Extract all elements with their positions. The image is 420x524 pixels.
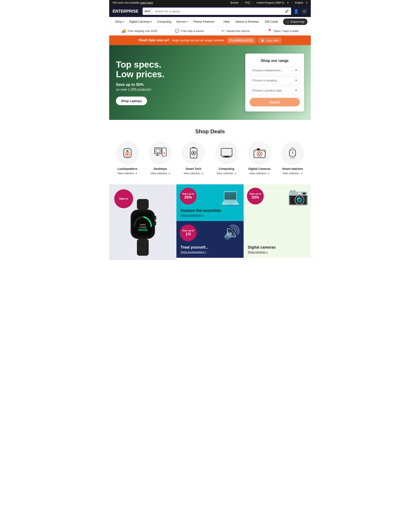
shipping-icon: 🚚 (121, 28, 126, 33)
deal-smart-tech-link[interactable]: View collection ➜ (179, 172, 208, 175)
save-25-badge: Save up to 25% (180, 188, 197, 204)
shop-range-card: Shop our range Choose a department... Ch… (245, 53, 304, 112)
svg-rect-31 (291, 157, 294, 158)
shop-deals-title: Shop Deals (113, 128, 307, 135)
deal-loudspeakers[interactable]: Loudspeakers View collection ➜ (113, 141, 142, 175)
arrow-icon: ➜ (300, 172, 303, 175)
nav-left: Shop Digital Cameras Computing Demos The… (113, 17, 221, 26)
language-selector[interactable]: English (295, 1, 303, 4)
nav: Shop Digital Cameras Computing Demos The… (109, 17, 311, 26)
department-select[interactable]: Choose a department... (249, 66, 300, 74)
hero-subtitle: Save up to 50% (116, 82, 245, 87)
product-type-select[interactable]: Choose a product type... (249, 87, 300, 95)
deal-smart-tech[interactable]: Smart Tech View collection ➜ (179, 141, 208, 175)
treat-yourself-title: Treat yourself... (181, 245, 239, 250)
svg-point-4 (127, 151, 128, 151)
nav-advice-reviews[interactable]: Advice & Reviews (233, 17, 262, 26)
deal-smart-watches-link[interactable]: View collection ➜ (278, 172, 307, 175)
perk-shipping-text: Free shipping over $100 (128, 29, 157, 33)
svg-point-22 (231, 157, 231, 157)
nav-shop[interactable]: Shop (113, 17, 127, 26)
nav-right: Help Advice & Reviews Gift Cards 🎧 Exper… (221, 17, 307, 26)
expert-help-button[interactable]: 🎧 Expert help (283, 18, 307, 25)
svg-rect-18 (222, 150, 231, 155)
header-icons: 👤 🛒 (294, 9, 307, 14)
promo-cameras[interactable]: Save up to 33% 📷 Digital cameras Shop ca… (244, 184, 311, 258)
mic-button[interactable]: 🎤 (283, 8, 291, 15)
deal-loudspeakers-link[interactable]: View collection ➜ (113, 172, 142, 175)
copy-code-button[interactable]: 📋 Copy code (258, 38, 281, 43)
search-wrapper: All ▾ 🎤 (143, 8, 291, 15)
cart-icon[interactable]: 🛒 (302, 9, 307, 14)
perk-advice: 💬 Free help & advice (175, 28, 204, 33)
svg-point-21 (229, 157, 230, 157)
promo-replace-essentials[interactable]: Save up to 25% 💻 Replace the essentials … (176, 184, 244, 221)
deal-desktops-name: Desktops (146, 167, 175, 170)
range-search-button[interactable]: Search (249, 98, 300, 106)
shop-loudspeakers-link[interactable]: Shop loudspeakers > (181, 250, 239, 253)
deal-desktops[interactable]: Desktops View collection ➜ (146, 141, 175, 175)
region-selector[interactable]: United Kingdom (GBP £) (257, 1, 284, 4)
svg-rect-42 (155, 216, 156, 220)
account-icon[interactable]: 👤 (294, 9, 299, 14)
category-select[interactable]: Choose a category... (249, 76, 300, 84)
gift-cards-text: Gift cards now available (113, 1, 139, 4)
search-input[interactable] (152, 8, 283, 15)
promo-new-in[interactable]: New in Nightly recharge GOOD (109, 184, 176, 260)
flash-sale-code: FLASHSALE23 (228, 38, 255, 43)
svg-text:recharge: recharge (139, 226, 147, 228)
promo-third-col: Save up to 33% 📷 Digital cameras Shop ca… (244, 184, 311, 258)
svg-rect-15 (192, 147, 195, 148)
deal-desktops-link[interactable]: View collection ➜ (146, 172, 175, 175)
nav-digital-cameras[interactable]: Digital Cameras (127, 17, 155, 26)
svg-rect-19 (225, 156, 229, 157)
deal-digital-cameras-link[interactable]: View collection ➜ (245, 172, 274, 175)
nav-computing[interactable]: Computing (155, 17, 174, 26)
svg-line-33 (293, 153, 294, 154)
loudspeakers-icon-circle (116, 141, 139, 165)
svg-point-28 (255, 151, 255, 152)
nav-theme-features[interactable]: Theme Features (190, 17, 217, 26)
arrow-icon: ➜ (267, 172, 270, 175)
new-in-badge: New in (114, 189, 133, 208)
chat-icon: 💬 (175, 28, 180, 33)
speaker-icon: 🔊 (223, 224, 240, 240)
save-third-badge: Save up to 1/3 (180, 224, 197, 241)
search-category-dropdown[interactable]: All ▾ (143, 8, 152, 15)
faq-link[interactable]: FAQ (245, 1, 250, 4)
svg-point-14 (193, 152, 194, 154)
shop-computing-link[interactable]: Shop Computing > (181, 214, 239, 217)
flash-sale-description: Huge savings across all ranges sitewide (172, 39, 225, 42)
arrow-icon: ➜ (135, 172, 137, 175)
svg-rect-26 (257, 148, 260, 150)
brands-link[interactable]: Brands (230, 1, 238, 4)
promo-right-col: Save up to 25% 💻 Replace the essentials … (176, 184, 244, 258)
logo[interactable]: ENTERPRISE (113, 9, 138, 14)
nav-help[interactable]: Help (221, 17, 232, 26)
shop-deals-section: Shop Deals Loudspeakers View collection … (109, 120, 311, 181)
arrow-icon: ➜ (234, 172, 236, 175)
deal-computing-link[interactable]: View collection ➜ (212, 172, 241, 175)
learn-more-link[interactable]: Learn more (140, 1, 153, 4)
deals-grid: Loudspeakers View collection ➜ Desktops (113, 141, 307, 175)
svg-rect-27 (263, 151, 265, 152)
deal-digital-cameras-name: Digital Cameras (245, 167, 274, 170)
shop-laptops-button[interactable]: Shop Laptops (116, 96, 147, 105)
location-icon: 📍 (267, 28, 272, 33)
deal-digital-cameras[interactable]: Digital Cameras View collection ➜ (245, 141, 274, 175)
shop-cameras-link[interactable]: Shop cameras > (248, 250, 306, 253)
svg-point-25 (258, 153, 261, 155)
nav-demos[interactable]: Demos (174, 17, 190, 26)
top-bar-left: Gift cards now available Learn more (113, 1, 153, 4)
nav-gift-cards[interactable]: Gift Cards (262, 17, 280, 26)
perk-returns-text: Hassle-free returns (226, 29, 250, 33)
promo-treat-yourself[interactable]: Save up to 1/3 🔊 Treat yourself... Shop … (176, 221, 244, 258)
svg-rect-43 (155, 221, 156, 225)
flash-sale-title: Flash Sale now on! (139, 38, 169, 42)
svg-rect-41 (137, 239, 149, 256)
perk-open-text: Open 7 days a week (274, 29, 299, 33)
deal-computing[interactable]: Computing View collection ➜ (212, 141, 241, 175)
deal-smart-watches[interactable]: Smart watches View collection ➜ (278, 141, 307, 175)
shop-range-title: Shop our range (249, 59, 300, 63)
hero-section: Top specs. Low prices. Save up to 50% on… (109, 45, 311, 120)
